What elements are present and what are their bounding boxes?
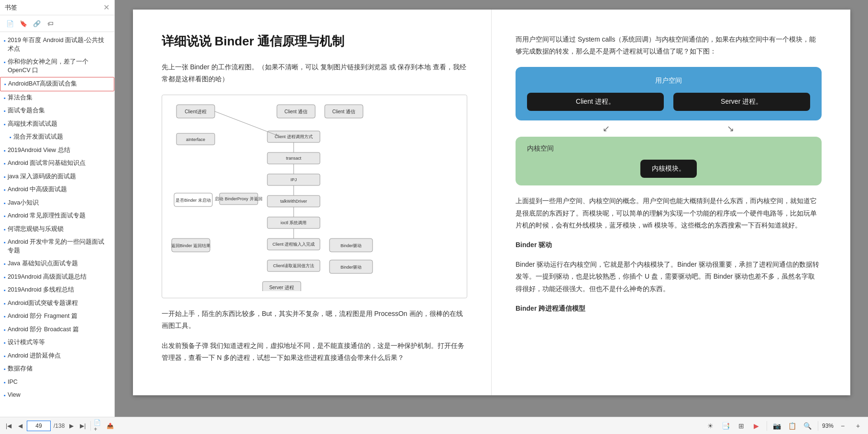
play-tool-button[interactable]: ▶ bbox=[750, 420, 763, 432]
pdf-right-column: 而用户空间可以通过 System calls（系统回调）与内核空间通信的，如果在… bbox=[492, 10, 850, 395]
pdf-para-3: 出发前预备子弹 我们知道进程之间，虚拟地址不同，是不能直接通信的，这是一种保护机… bbox=[162, 340, 468, 364]
bookmark-icon: ▪ bbox=[4, 200, 6, 207]
sidebar-item[interactable]: ▪你和你的女神之间，差了一个 OpenCV 口 bbox=[0, 55, 114, 77]
sun-tool-button[interactable]: ☀ bbox=[704, 420, 717, 432]
sidebar-tool-add[interactable]: 📄 bbox=[5, 18, 15, 29]
kernel-module-label: 内核模块。 bbox=[640, 160, 697, 178]
sidebar-item[interactable]: ▪Java小知识 bbox=[0, 196, 114, 210]
sidebar-item[interactable]: ▪Android 开发中常见的一些问题面试专题 bbox=[0, 236, 114, 257]
sidebar-item[interactable]: ▪Android 面试常问基础知识点 bbox=[0, 157, 114, 170]
sidebar-item[interactable]: ▪Android 中高级面试题 bbox=[0, 183, 114, 196]
svg-text:Binder驱动: Binder驱动 bbox=[340, 243, 361, 248]
sidebar-item[interactable]: ▪Java 基础知识点面试专题 bbox=[0, 257, 114, 271]
bottom-bar: |◀ ◀ /138 ▶ ▶| 📄+ 📤 ☀ 📑 ⊞ ▶ 📷 📋 🔍 93% − … bbox=[0, 417, 868, 434]
bookmark-icon: ▪ bbox=[4, 339, 6, 347]
svg-text:启动 BinderProxy 并返回: 启动 BinderProxy 并返回 bbox=[215, 196, 262, 201]
last-page-button[interactable]: ▶| bbox=[78, 421, 88, 431]
svg-text:transact: transact bbox=[286, 156, 301, 161]
sidebar-item[interactable]: ▪Android 部分 Broadcast 篇 bbox=[0, 323, 114, 336]
user-space-label: 用户空间 bbox=[527, 76, 810, 85]
binder-driver-title: Binder 驱动 bbox=[516, 239, 822, 251]
bookmark-icon: ▪ bbox=[4, 260, 6, 268]
sidebar-item[interactable]: ▪2019Android 多线程总结 bbox=[0, 283, 114, 297]
bookmark-tool-button[interactable]: 📑 bbox=[720, 420, 732, 432]
sidebar-item[interactable]: ▪面试专题合集 bbox=[0, 104, 114, 118]
bookmark-icon: ▪ bbox=[4, 174, 6, 181]
client-process-label: Client 进程。 bbox=[527, 93, 664, 111]
zoom-in-extra-button[interactable]: 🔍 bbox=[802, 420, 814, 432]
total-pages: /138 bbox=[54, 423, 65, 429]
bookmark-icon: ▪ bbox=[4, 160, 6, 167]
sidebar-item[interactable]: ▪Android 部分 Fragment 篇 bbox=[0, 310, 114, 323]
page-input-container: /138 bbox=[27, 421, 65, 431]
main-content: 书签 ✕ 📄 🔖 🔗 🏷 ▪2019 年百度 Android 面试题-公共技术点… bbox=[0, 0, 868, 417]
screenshot-tool-button[interactable]: 📷 bbox=[771, 420, 783, 432]
bookmark-icon: ▪ bbox=[4, 392, 6, 399]
pdf-page: 详细说说 Binder 通信原理与机制 先上一张 Binder 的工作流程图。（… bbox=[133, 10, 850, 395]
add-page-button[interactable]: 📄+ bbox=[94, 421, 103, 431]
bookmark-icon: ▪ bbox=[4, 37, 6, 44]
zoom-out-button[interactable]: − bbox=[836, 420, 849, 432]
sidebar-item[interactable]: ▪设计模式等等 bbox=[0, 336, 114, 349]
bookmark-icon: ▪ bbox=[4, 366, 6, 373]
svg-text:Client进程: Client进程 bbox=[185, 109, 207, 114]
bookmark-icon: ▪ bbox=[4, 147, 6, 154]
sidebar-item[interactable]: ▪Android面试突破专题课程 bbox=[0, 297, 114, 310]
columns-tool-button[interactable]: ⊞ bbox=[735, 420, 747, 432]
bookmark-icon: ▪ bbox=[4, 379, 6, 386]
svg-text:Client 进程调用方式: Client 进程调用方式 bbox=[275, 134, 313, 139]
bookmark-icon: ▪ bbox=[4, 239, 6, 246]
page-container[interactable]: 详细说说 Binder 通信原理与机制 先上一张 Binder 的工作流程图。（… bbox=[115, 0, 868, 417]
svg-text:Server 进程: Server 进程 bbox=[269, 285, 294, 290]
bookmark-icon: ▪ bbox=[4, 326, 6, 334]
sidebar-item[interactable]: ▪何谓悲观锁与乐观锁 bbox=[0, 223, 114, 236]
zoom-in-button[interactable]: + bbox=[852, 420, 864, 432]
sidebar-item[interactable]: ▪数据存储 bbox=[0, 362, 114, 376]
sidebar-item[interactable]: ▪View bbox=[0, 389, 114, 402]
sidebar-item[interactable]: ▪2019Android 高级面试题总结 bbox=[0, 271, 114, 284]
svg-text:talkWithDriver: talkWithDriver bbox=[280, 199, 307, 204]
sidebar-item[interactable]: ▪AndroidBAT高级面试合集 bbox=[0, 77, 114, 91]
server-process-label: Server 进程。 bbox=[673, 93, 810, 111]
next-page-button[interactable]: ▶ bbox=[66, 421, 76, 431]
sidebar-item[interactable]: ▪混合开发面试试题 bbox=[0, 130, 114, 144]
sidebar-close-button[interactable]: ✕ bbox=[103, 3, 110, 12]
sidebar-item[interactable]: ▪Android 进阶延伸点 bbox=[0, 349, 114, 363]
user-kernel-diagram: 用户空间 Client 进程。 Server 进程。 ↙ ↘ bbox=[516, 67, 822, 185]
bookmark-icon: ▪ bbox=[4, 108, 6, 115]
svg-text:aInterface: aInterface bbox=[186, 137, 205, 142]
first-page-button[interactable]: |◀ bbox=[4, 421, 13, 431]
sidebar-toolbar: 📄 🔖 🔗 🏷 bbox=[0, 15, 114, 32]
sidebar-item[interactable]: ▪java 深入源码级的面试题 bbox=[0, 170, 114, 184]
svg-text:Binder驱动: Binder驱动 bbox=[340, 265, 361, 270]
bookmark-icon: ▪ bbox=[4, 186, 6, 194]
svg-text:Client 通信: Client 通信 bbox=[284, 109, 307, 114]
sidebar-items-list: ▪2019 年百度 Android 面试题-公共技术点▪你和你的女神之间，差了一… bbox=[0, 32, 114, 417]
sidebar-item[interactable]: ▪IPC bbox=[0, 376, 114, 389]
prev-page-button[interactable]: ◀ bbox=[15, 421, 25, 431]
sidebar-item[interactable]: ▪算法合集 bbox=[0, 91, 114, 105]
extract-page-button[interactable]: 📤 bbox=[105, 421, 115, 431]
pdf-page-title: 详细说说 Binder 通信原理与机制 bbox=[162, 33, 468, 50]
binder-driver-para: Binder 驱动运行在内核空间，它就是那个内核模块了。Binder 驱动很重要… bbox=[516, 259, 822, 295]
sidebar: 书签 ✕ 📄 🔖 🔗 🏷 ▪2019 年百度 Android 面试题-公共技术点… bbox=[0, 0, 115, 417]
svg-line-34 bbox=[215, 111, 277, 135]
svg-text:IPJ: IPJ bbox=[290, 177, 297, 182]
sidebar-item[interactable]: ▪高端技术面试试题 bbox=[0, 118, 114, 131]
bookmark-icon: ▪ bbox=[4, 226, 6, 233]
sidebar-tool-link[interactable]: 🔗 bbox=[32, 18, 42, 29]
bookmark-icon: ▪ bbox=[4, 287, 6, 294]
zoom-value: 93% bbox=[822, 423, 834, 429]
sidebar-tool-bookmark[interactable]: 🔖 bbox=[18, 18, 29, 29]
sidebar-item[interactable]: ▪2019Android View 总结 bbox=[0, 144, 114, 157]
bookmark-icon: ▪ bbox=[4, 81, 6, 88]
sidebar-item[interactable]: ▪2019 年百度 Android 面试题-公共技术点 bbox=[0, 34, 114, 55]
sidebar-item[interactable]: ▪Android 常见原理性面试专题 bbox=[0, 209, 114, 223]
current-page-input[interactable] bbox=[27, 421, 51, 431]
bookmark-icon: ▪ bbox=[4, 95, 6, 102]
pdf-right-para1: 而用户空间可以通过 System calls（系统回调）与内核空间通信的，如果在… bbox=[516, 33, 822, 57]
sidebar-tool-tag[interactable]: 🏷 bbox=[45, 18, 55, 29]
copy-tool-button[interactable]: 📋 bbox=[786, 420, 799, 432]
app-window: 书签 ✕ 📄 🔖 🔗 🏷 ▪2019 年百度 Android 面试题-公共技术点… bbox=[0, 0, 868, 434]
pdf-left-column: 详细说说 Binder 通信原理与机制 先上一张 Binder 的工作流程图。（… bbox=[133, 10, 492, 395]
